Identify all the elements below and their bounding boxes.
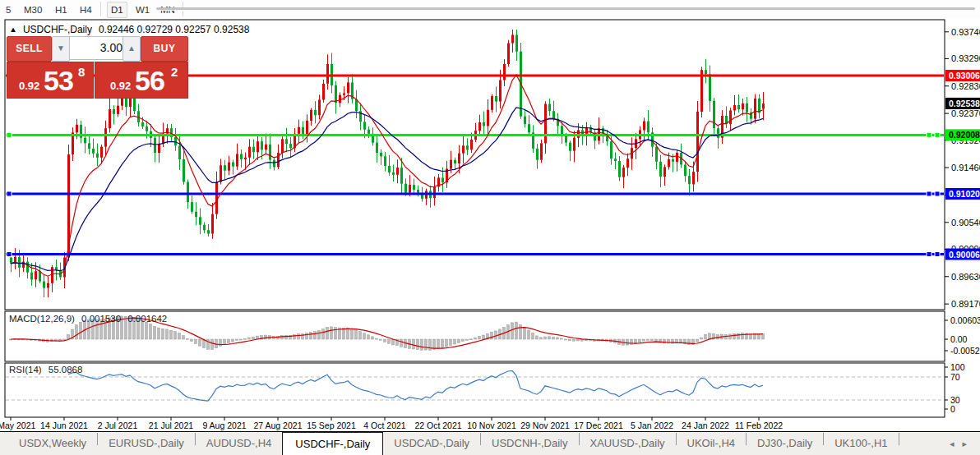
- svg-text:0.92538: 0.92538: [949, 99, 980, 108]
- macd-value-main: 0.001530: [81, 314, 121, 324]
- svg-text:21 Jul 2021: 21 Jul 2021: [149, 421, 193, 430]
- buy-button[interactable]: BUY: [141, 36, 188, 62]
- svg-text:100: 100: [950, 362, 965, 372]
- macd-value-signal: 0.001642: [127, 314, 167, 324]
- svg-text:22 Oct 2021: 22 Oct 2021: [414, 421, 461, 430]
- svg-text:26 May 2021: 26 May 2021: [0, 421, 36, 430]
- svg-text:-0.0052288: -0.0052288: [950, 346, 980, 356]
- rsi-line: [68, 370, 763, 401]
- moving-average-21: [11, 108, 763, 271]
- rsi-value: 55.0868: [49, 365, 83, 375]
- svg-text:10 Nov 2021: 10 Nov 2021: [467, 421, 516, 430]
- svg-text:15 Sep 2021: 15 Sep 2021: [307, 421, 356, 430]
- svg-text:27 Aug 2021: 27 Aug 2021: [254, 421, 303, 430]
- rsi-header: RSI(14) 55.0868: [9, 365, 82, 375]
- rsi-label: RSI(14): [9, 365, 42, 375]
- rsi-panel: [6, 370, 944, 401]
- volume-increase-button[interactable]: ▲: [122, 36, 141, 62]
- buy-price-prefix: 0.92: [110, 80, 131, 92]
- svg-text:0.93740: 0.93740: [951, 27, 980, 37]
- svg-text:0.0060388: 0.0060388: [950, 315, 980, 325]
- svg-text:0.92830: 0.92830: [951, 81, 980, 91]
- volume-decrease-button[interactable]: ▼: [52, 36, 70, 62]
- macd-header: MACD(12,26,9) 0.001530 0.001642: [9, 314, 167, 324]
- svg-text:0.91020: 0.91020: [949, 189, 980, 199]
- svg-text:9 Aug 2021: 9 Aug 2021: [202, 421, 246, 430]
- chart-symbol-label: USDCHF-,Daily: [23, 24, 92, 35]
- price-axis[interactable]: 0.937400.932900.928300.923700.919200.914…: [927, 27, 980, 414]
- buy-price-big: 56: [135, 65, 164, 97]
- buy-price-sup: 2: [171, 65, 178, 79]
- svg-text:0.92370: 0.92370: [951, 108, 980, 118]
- svg-text:0.89630: 0.89630: [951, 272, 980, 282]
- sell-price-box[interactable]: 0.92 53 8: [7, 62, 94, 99]
- chart-ohlc-values: 0.92446 0.92729 0.92257 0.92538: [99, 24, 250, 35]
- svg-text:0.90006: 0.90006: [949, 250, 980, 260]
- svg-text:0.00: 0.00: [950, 334, 968, 344]
- buy-price-box[interactable]: 0.92 56 2: [95, 62, 188, 99]
- moving-average-9: [11, 75, 763, 276]
- svg-text:5 Jan 2022: 5 Jan 2022: [631, 421, 673, 430]
- svg-text:0.90540: 0.90540: [951, 218, 980, 228]
- macd-label: MACD(12,26,9): [9, 314, 75, 324]
- svg-text:29 Nov 2021: 29 Nov 2021: [520, 421, 570, 430]
- sell-price-sup: 8: [78, 65, 85, 79]
- svg-text:17 Dec 2021: 17 Dec 2021: [574, 421, 623, 430]
- svg-text:0.93290: 0.93290: [951, 53, 980, 63]
- svg-text:14 Jun 2021: 14 Jun 2021: [40, 421, 88, 430]
- sell-price-big: 53: [44, 65, 73, 97]
- sell-button[interactable]: SELL: [7, 36, 52, 62]
- one-click-trading-panel: SELL ▼ 3.00 ▲ BUY 0.92 53 8 0.92 56 2: [7, 36, 187, 97]
- svg-text:0.89170: 0.89170: [951, 299, 980, 309]
- volume-input[interactable]: 3.00: [69, 36, 128, 60]
- svg-text:11 Feb 2022: 11 Feb 2022: [735, 421, 783, 430]
- svg-text:2 Jul 2021: 2 Jul 2021: [98, 421, 138, 430]
- svg-text:0.91460: 0.91460: [951, 163, 980, 172]
- chart-title: ▲USDCHF-,Daily0.92446 0.92729 0.92257 0.…: [8, 24, 249, 35]
- svg-text:70: 70: [950, 372, 960, 382]
- sell-price-prefix: 0.92: [19, 80, 39, 92]
- date-axis[interactable]: 26 May 202114 Jun 20212 Jul 202121 Jul 2…: [0, 417, 783, 430]
- svg-text:0.92008: 0.92008: [949, 130, 980, 140]
- mt4-window: { "toolbar": { "items": [ {"label": "5",…: [0, 0, 980, 455]
- collapse-panel-icon[interactable]: ▲: [9, 25, 17, 34]
- svg-text:4 Oct 2021: 4 Oct 2021: [363, 421, 406, 430]
- svg-text:0.93006: 0.93006: [949, 71, 980, 80]
- svg-text:0: 0: [950, 404, 955, 414]
- svg-text:24 Jan 2022: 24 Jan 2022: [682, 421, 729, 430]
